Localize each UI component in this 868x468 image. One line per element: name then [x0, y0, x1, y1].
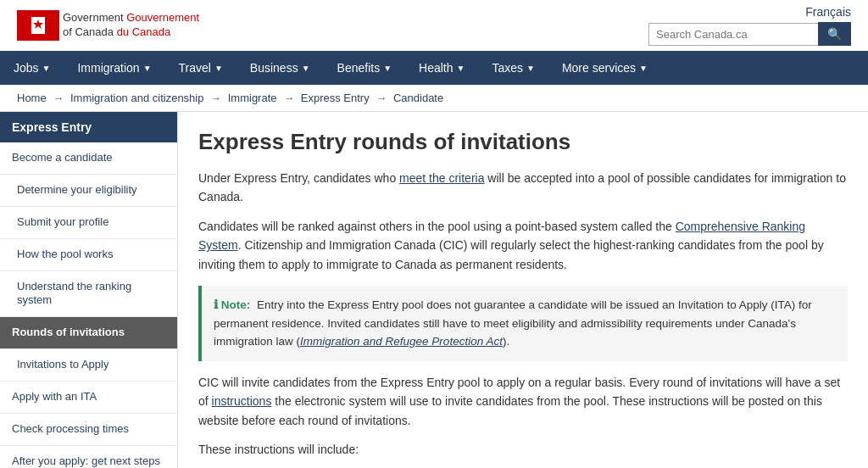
breadcrumb-home[interactable]: Home	[17, 92, 47, 104]
ranking-paragraph: Candidates will be ranked against others…	[198, 217, 848, 274]
breadcrumb-sep-2: →	[210, 92, 221, 104]
nav-health[interactable]: Health ▼	[405, 51, 478, 85]
note-icon: ℹ Note:	[214, 298, 250, 311]
nav-travel-arrow: ▼	[214, 64, 223, 73]
instructions-link[interactable]: instructions	[212, 394, 272, 408]
sidebar-item-processing-times[interactable]: Check processing times	[0, 414, 177, 446]
content-layout: Express Entry Become a candidate Determi…	[0, 112, 868, 468]
nav-immigration[interactable]: Immigration ▼	[64, 51, 164, 85]
sidebar-item-become-candidate[interactable]: Become a candidate	[0, 142, 177, 175]
search-button[interactable]: 🔍	[818, 22, 851, 46]
bullets-intro: These instructions will include:	[198, 440, 848, 459]
sidebar-title: Express Entry	[0, 112, 177, 142]
francais-link[interactable]: Français	[805, 5, 851, 19]
nav-business[interactable]: Business ▼	[236, 51, 324, 85]
svg-rect-0	[25, 17, 31, 34]
sidebar-item-apply-ita[interactable]: Apply with an ITA	[0, 382, 177, 414]
nav-benefits-arrow: ▼	[383, 64, 392, 73]
nav-immigration-arrow: ▼	[143, 64, 152, 73]
breadcrumb-sep-1: →	[53, 92, 64, 104]
crs-link[interactable]: Comprehensive Ranking System	[198, 220, 805, 252]
sidebar: Express Entry Become a candidate Determi…	[0, 112, 178, 468]
instructions-paragraph: CIC will invite candidates from the Expr…	[198, 373, 848, 430]
sidebar-item-invitations[interactable]: Invitations to Apply	[0, 349, 177, 382]
nav-more-arrow: ▼	[639, 64, 648, 73]
meet-criteria-link[interactable]: meet the criteria	[399, 171, 484, 185]
nav-travel[interactable]: Travel ▼	[165, 51, 236, 85]
page-title: Express Entry rounds of invitations	[198, 129, 848, 155]
nav-taxes-arrow: ▼	[526, 64, 535, 73]
nav-health-arrow: ▼	[457, 64, 465, 73]
sidebar-item-ranking[interactable]: Understand the ranking system	[0, 271, 177, 318]
main-nav: Jobs ▼ Immigration ▼ Travel ▼ Business ▼…	[0, 51, 868, 85]
nav-more-services[interactable]: More services ▼	[548, 51, 661, 85]
nav-benefits[interactable]: Benefits ▼	[324, 51, 406, 85]
logo-area: Government Gouvernement of Canada du Can…	[17, 10, 199, 41]
intro-paragraph: Under Express Entry, candidates who meet…	[198, 169, 848, 207]
search-form: 🔍	[648, 22, 851, 46]
breadcrumb-express-entry[interactable]: Express Entry	[301, 92, 370, 104]
breadcrumb: Home → Immigration and citizenship → Imm…	[0, 85, 868, 112]
nav-jobs-arrow: ▼	[42, 64, 51, 73]
nav-jobs[interactable]: Jobs ▼	[0, 51, 64, 85]
breadcrumb-immigrate[interactable]: Immigrate	[228, 92, 277, 104]
breadcrumb-candidate[interactable]: Candidate	[393, 92, 443, 104]
top-right: Français 🔍	[648, 5, 851, 46]
sidebar-item-rounds[interactable]: Rounds of invitations	[0, 317, 177, 349]
search-input[interactable]	[648, 23, 818, 46]
sidebar-item-submit-profile[interactable]: Submit your profile	[0, 207, 177, 239]
sidebar-item-eligibility[interactable]: Determine your eligibility	[0, 175, 177, 207]
irpa-link[interactable]: Immigration and Refugee Protection Act	[300, 335, 503, 348]
breadcrumb-sep-4: →	[376, 92, 387, 104]
sidebar-item-next-steps[interactable]: After you apply: get next steps	[0, 446, 177, 468]
logo-text: Government Gouvernement of Canada du Can…	[63, 11, 199, 40]
canada-flag	[17, 10, 59, 41]
main-content: Express Entry rounds of invitations Unde…	[178, 112, 868, 468]
svg-rect-2	[45, 17, 51, 34]
breadcrumb-immigration[interactable]: Immigration and citizenship	[70, 92, 204, 104]
breadcrumb-sep-3: →	[283, 92, 294, 104]
nav-taxes[interactable]: Taxes ▼	[478, 51, 548, 85]
sidebar-item-pool-works[interactable]: How the pool works	[0, 239, 177, 271]
nav-business-arrow: ▼	[302, 64, 310, 73]
note-box: ℹ Note: Entry into the Express Entry poo…	[198, 286, 848, 361]
top-bar: Government Gouvernement of Canada du Can…	[0, 0, 868, 51]
